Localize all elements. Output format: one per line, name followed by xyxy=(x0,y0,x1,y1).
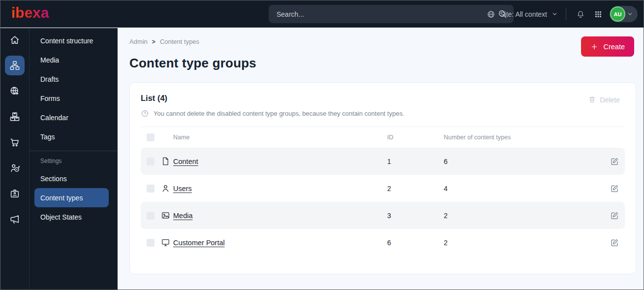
grid-icon xyxy=(594,10,603,19)
globe-icon xyxy=(487,10,495,19)
delete-button-label: Delete xyxy=(600,96,620,104)
table-header: Name ID Number of content types xyxy=(141,127,625,148)
rail-button-sitemap[interactable] xyxy=(5,56,25,75)
sidebar-menu-settings: SectionsContent typesObject States xyxy=(34,169,109,226)
row-checkbox[interactable] xyxy=(147,158,154,165)
monitor-icon xyxy=(161,238,170,247)
bell-icon xyxy=(576,10,585,19)
sidebar-item-tags[interactable]: Tags xyxy=(34,127,109,146)
main-content: Admin > Content types Create Content typ… xyxy=(118,28,644,290)
row-count: 6 xyxy=(444,158,599,165)
boxes-icon xyxy=(9,111,20,122)
column-header-count: Number of content types xyxy=(444,134,599,141)
sidebar-section-label: Settings xyxy=(34,155,109,169)
sidebar-item-content-types[interactable]: Content types xyxy=(34,188,109,207)
table-row: Users 2 4 xyxy=(141,175,625,202)
chevron-down-icon xyxy=(627,11,633,17)
row-checkbox[interactable] xyxy=(147,212,154,220)
trash-icon xyxy=(588,96,596,104)
rail-button-globe-cursor[interactable] xyxy=(5,81,25,101)
page-title: Content type groups xyxy=(129,56,644,71)
chevron-down-icon xyxy=(627,11,633,17)
rail-button-target-user[interactable] xyxy=(5,158,25,178)
site-context-selector[interactable]: Site: All context xyxy=(487,10,558,19)
rail-button-id-badge[interactable] xyxy=(5,184,25,203)
edit-icon xyxy=(610,157,619,166)
delete-button[interactable]: Delete xyxy=(588,96,620,104)
id-badge-icon xyxy=(9,188,20,199)
edit-icon xyxy=(610,184,619,193)
notifications-button[interactable] xyxy=(574,8,587,21)
edit-button[interactable] xyxy=(599,238,619,247)
row-id: 3 xyxy=(387,212,444,220)
rail-button-cart[interactable] xyxy=(5,132,25,152)
sidebar-item-media[interactable]: Media xyxy=(34,50,109,69)
user-menu-button[interactable]: AU xyxy=(610,6,638,22)
target-user-icon xyxy=(9,162,20,173)
monitor-icon xyxy=(154,238,173,247)
row-id: 1 xyxy=(387,158,444,165)
app-switcher-button[interactable] xyxy=(592,8,605,21)
edit-button[interactable] xyxy=(599,211,619,220)
row-checkbox[interactable] xyxy=(147,185,154,193)
column-header-name: Name xyxy=(173,134,387,141)
sidebar-item-calendar[interactable]: Calendar xyxy=(34,108,109,127)
breadcrumb-current: Content types xyxy=(160,38,199,45)
row-count: 2 xyxy=(444,212,599,220)
row-name-link[interactable]: Customer Portal xyxy=(173,239,387,247)
row-name-link[interactable]: Content xyxy=(173,158,387,165)
image-icon xyxy=(154,211,173,220)
global-search xyxy=(269,5,514,23)
rail-button-home[interactable] xyxy=(5,30,25,50)
table-row: Customer Portal 6 2 xyxy=(141,229,625,256)
sidebar-item-object-states[interactable]: Object States xyxy=(34,207,109,226)
plus-icon xyxy=(590,43,598,51)
list-title: List (4) xyxy=(141,94,625,103)
edit-button[interactable] xyxy=(599,157,619,166)
image-icon xyxy=(161,211,170,220)
row-name-link[interactable]: Media xyxy=(173,212,387,220)
sidebar-item-sections[interactable]: Sections xyxy=(34,169,109,188)
home-icon xyxy=(9,34,20,45)
row-id: 2 xyxy=(387,185,444,193)
sitemap-icon xyxy=(9,60,20,71)
trash-icon xyxy=(588,96,596,104)
row-checkbox[interactable] xyxy=(147,239,154,247)
edit-icon xyxy=(610,211,619,220)
select-all-checkbox[interactable] xyxy=(147,133,154,141)
edit-button[interactable] xyxy=(599,184,619,193)
create-button-label: Create xyxy=(603,43,625,51)
ibexa-logo[interactable]: ibexa xyxy=(11,4,49,21)
user-icon xyxy=(161,184,170,193)
grid-icon xyxy=(594,10,603,19)
sidebar-menu: Content structureMediaDraftsFormsCalenda… xyxy=(30,28,118,290)
cart-icon xyxy=(9,137,20,148)
file-icon xyxy=(154,157,173,166)
sidebar-item-content-structure[interactable]: Content structure xyxy=(34,31,109,50)
plus-icon xyxy=(590,43,598,51)
sidebar-item-forms[interactable]: Forms xyxy=(34,89,109,108)
row-count: 4 xyxy=(444,185,599,193)
row-count: 2 xyxy=(444,239,599,247)
avatar: AU xyxy=(611,7,624,21)
sidebar: Content structureMediaDraftsFormsCalenda… xyxy=(0,28,118,290)
rail-button-megaphone[interactable] xyxy=(5,209,25,229)
table-row: Content 1 6 xyxy=(141,148,625,175)
content-type-groups-card: List (4) You cannot delete the disabled … xyxy=(129,82,636,274)
sidebar-item-drafts[interactable]: Drafts xyxy=(34,69,109,89)
row-name-link[interactable]: Users xyxy=(173,185,387,193)
sidebar-divider xyxy=(30,151,118,151)
topbar: ibexa Site: All context AU xyxy=(0,0,644,28)
site-context-label: Site: All context xyxy=(500,10,547,18)
bell-icon xyxy=(576,10,585,19)
breadcrumb-admin[interactable]: Admin xyxy=(129,38,148,45)
list-note-text: You cannot delete the disabled content t… xyxy=(153,110,404,117)
list-note: You cannot delete the disabled content t… xyxy=(141,109,625,118)
column-header-id: ID xyxy=(387,134,444,141)
user-icon xyxy=(154,184,173,193)
globe-cursor-icon xyxy=(9,86,20,97)
question-circle-icon xyxy=(141,109,149,118)
search-input[interactable] xyxy=(269,5,514,23)
rail-button-boxes[interactable] xyxy=(5,107,25,127)
create-button[interactable]: Create xyxy=(581,36,634,57)
